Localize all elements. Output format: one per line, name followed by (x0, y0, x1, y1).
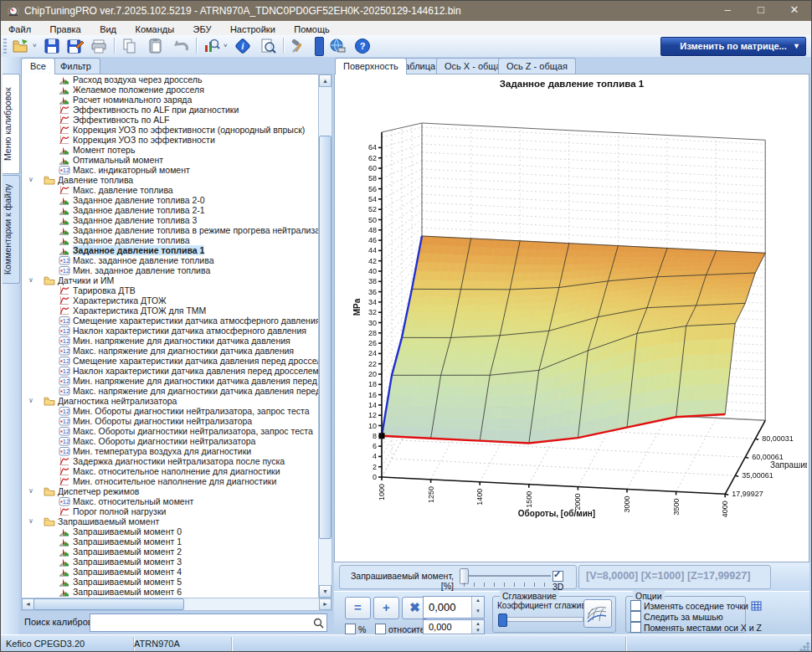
relative-input[interactable] (427, 621, 472, 633)
tree-item[interactable]: Эффективность по ALF (22, 115, 331, 125)
tree-item[interactable]: Характеристика ДТОЖ для ТММ (22, 305, 331, 316)
spin-down-icon[interactable]: ▼ (472, 608, 484, 619)
side-tab-file-comments[interactable]: Комментарии к файлу (3, 175, 20, 284)
apply-smoothing-button[interactable] (583, 599, 612, 628)
tree-item[interactable]: 12Макс. относительный момент (22, 496, 331, 506)
scroll-left-arrow[interactable]: ◄ (22, 598, 34, 610)
torque-slider-track[interactable] (462, 575, 551, 577)
search-input[interactable] (92, 615, 311, 630)
checkbox-3d-box[interactable] (552, 571, 563, 582)
tree-item[interactable]: 12Смещение характеристики датчика давлен… (22, 356, 331, 366)
menu-commands[interactable]: Команды (127, 23, 182, 35)
resize-grip[interactable] (799, 642, 809, 652)
tree-item[interactable]: Макс. относительное наполнение для диагн… (22, 466, 331, 476)
scroll-up-arrow[interactable]: ▲ (319, 74, 331, 87)
internet-button[interactable] (326, 36, 348, 55)
set-value-button[interactable]: = (345, 597, 371, 619)
tree-item[interactable]: Запрашиваемый момент 1 (22, 536, 331, 547)
tree-item[interactable]: 12Макс. Обороты диагностики нейтрализато… (22, 436, 331, 446)
tree-folder[interactable]: ∨Диагностика нейтрализатора (22, 396, 331, 406)
tree-item[interactable]: Запрашиваемый момент 3 (22, 557, 331, 567)
tree-item[interactable]: Запрашиваемый момент 5 (22, 577, 331, 587)
tab-all[interactable]: Все (21, 58, 55, 74)
tree-folder[interactable]: ∨Давление топлива (22, 175, 331, 185)
tree-item[interactable]: 12Смещение характеристики датчика атмосф… (22, 316, 331, 326)
checkbox-percent-box[interactable] (345, 624, 356, 634)
tree-item[interactable]: Запрашиваемый момент 2 (22, 547, 331, 557)
checkbox-swap-box[interactable] (630, 622, 641, 633)
tree-item[interactable]: Запрашиваемый момент 6 (22, 587, 331, 597)
help-button[interactable]: ? (352, 36, 373, 55)
tree-item[interactable]: Момент потерь (22, 145, 331, 155)
tree-item[interactable]: 12Мин. заданное давление топлива (22, 265, 331, 275)
compare-dropdown-chevron[interactable]: ˅ (224, 42, 228, 49)
close-button[interactable]: ✕ (778, 1, 811, 21)
tree-vertical-scrollbar[interactable]: ▲ ▼ (318, 74, 332, 598)
horizontal-scroll-thumb[interactable] (33, 598, 184, 610)
side-tab-calibrations-menu[interactable]: Меню калибровок (3, 74, 20, 174)
tab-filter[interactable]: Фильтр (51, 58, 100, 74)
smoothing-slider-thumb[interactable] (498, 613, 507, 627)
tree-item[interactable]: 12Макс. Обороты диагностики нейтрализато… (22, 426, 331, 436)
tree-item[interactable]: 12Мин. напряжение для диагностики датчик… (22, 336, 331, 346)
checkbox-adjacent-box[interactable] (630, 600, 641, 611)
maximize-button[interactable]: □ (744, 1, 778, 21)
menu-view[interactable]: Вид (92, 23, 124, 35)
undo-button[interactable] (171, 36, 193, 55)
checkbox-edit-adjacent-points[interactable]: Изменять соседние точки (630, 600, 762, 611)
chevron-expanded-icon[interactable]: ∨ (28, 275, 33, 285)
chevron-expanded-icon[interactable]: ∨ (28, 175, 33, 185)
vertical-scroll-thumb[interactable] (319, 136, 331, 539)
menu-edit[interactable]: Правка (43, 23, 89, 35)
tree-item[interactable]: Макс. давление топлива (22, 185, 331, 195)
tree-folder[interactable]: ∨Датчики и ИМ (22, 275, 331, 285)
chevron-expanded-icon[interactable]: ∨ (28, 516, 33, 526)
menu-ecu[interactable]: ЭБУ (186, 23, 219, 35)
tree-item[interactable]: Оптимальный момент (22, 155, 331, 165)
tree-item[interactable]: Коррекция УОЗ по эффективности (22, 135, 331, 145)
tree-item[interactable]: Характеристика ДТОЖ (22, 295, 331, 305)
tree-item[interactable]: Заданное давление топлива в режиме прогр… (22, 225, 331, 235)
tree-item[interactable]: 12Макс. заданное давление топлива (22, 255, 331, 265)
smoothing-slider-track[interactable] (498, 617, 583, 622)
tree-item[interactable]: 12Мин. напряжение для диагностики датчик… (22, 376, 331, 386)
tree-item[interactable]: Коррекция УОЗ по эффективности (однородн… (22, 125, 331, 135)
edit-by-matrix-button[interactable]: Изменить по матрице...▼ (660, 37, 806, 56)
tree-item[interactable]: 12Мин. Обороты диагностики нейтрализатор… (22, 416, 331, 426)
paste-button[interactable] (145, 36, 167, 55)
tree-item[interactable]: Порог полной нагрузки (22, 506, 331, 516)
tree-item[interactable]: Мин. относительное наполнение для диагно… (22, 476, 331, 486)
spin-up-icon[interactable]: ▲ (472, 597, 484, 608)
tree-item[interactable]: Запрашиваемый момент 0 (22, 526, 331, 536)
tree-item[interactable]: Заданное давление топлива 2-1 (22, 205, 331, 215)
save-as-button[interactable] (64, 36, 86, 55)
tree-item[interactable]: Желаемое положение дросселя (22, 85, 331, 95)
spin-down-icon[interactable]: ▼ (472, 627, 484, 634)
tree-item[interactable]: Задержка диагностики нейтрализатора посл… (22, 456, 331, 466)
chevron-expanded-icon[interactable]: ∨ (28, 486, 33, 496)
minimize-button[interactable]: – (711, 1, 744, 21)
tree-item[interactable]: Заданное давление топлива 3 (22, 215, 331, 225)
search-icon[interactable] (313, 617, 324, 632)
tree-item[interactable]: 12Макс. напряжение для диагностики датчи… (22, 386, 331, 396)
checkbox-relative-box[interactable] (375, 624, 386, 634)
info-button[interactable]: i (232, 36, 254, 55)
tree-item[interactable]: Тарировка ДТВ (22, 285, 331, 295)
value-input[interactable] (427, 598, 472, 617)
preview-button[interactable] (257, 36, 279, 55)
checkbox-follow-mouse[interactable]: Следить за мышью (630, 611, 723, 622)
menu-help[interactable]: Помощь (286, 23, 337, 35)
tree-horizontal-scrollbar[interactable]: ◄ ► (21, 598, 332, 611)
tree-item[interactable]: 12Мин. температура воздуха для диагности… (22, 446, 331, 456)
menu-file[interactable]: Файл (1, 23, 39, 35)
compare-charts-button[interactable] (201, 36, 223, 55)
surface-chart-canvas[interactable] (335, 74, 807, 560)
checkbox-follow-box[interactable] (630, 611, 641, 622)
copy-button[interactable] (119, 36, 141, 55)
tree-item[interactable]: 12Наклон характеристики датчика давления… (22, 366, 331, 376)
menu-settings[interactable]: Настройки (223, 23, 283, 35)
chevron-expanded-icon[interactable]: ∨ (28, 396, 33, 406)
tree-item[interactable]: 12Макс. индикаторный момент (22, 165, 331, 175)
scroll-down-arrow[interactable]: ▼ (319, 585, 331, 598)
add-value-button[interactable]: + (373, 597, 399, 619)
